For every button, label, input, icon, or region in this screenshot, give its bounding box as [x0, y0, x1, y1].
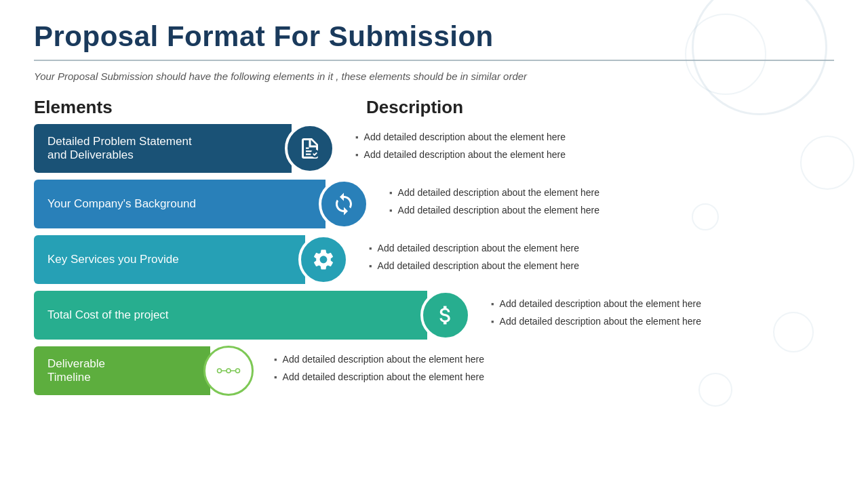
desc-list-2: Add detailed description about the eleme…	[369, 186, 834, 221]
page-title: Proposal Format For Submission	[34, 20, 834, 53]
desc-item-2-1: Add detailed description about the eleme…	[389, 186, 834, 200]
desc-item-4-2: Add detailed description about the eleme…	[491, 315, 834, 329]
row-deliverable-timeline: DeliverableTimeline Add detailed descrip…	[34, 346, 834, 396]
desc-item-3-1: Add detailed description about the eleme…	[369, 242, 834, 256]
desc-item-4-1: Add detailed description about the eleme…	[491, 298, 834, 311]
row-detailed-problem: Detailed Problem Statementand Deliverabl…	[34, 123, 834, 174]
desc-list-4: Add detailed description about the eleme…	[471, 298, 834, 332]
document-icon	[298, 136, 322, 161]
svg-point-0	[311, 149, 319, 157]
icon-circle-1	[285, 123, 335, 174]
title-divider	[34, 60, 834, 61]
desc-item-1-1: Add detailed description about the eleme…	[355, 131, 834, 144]
desc-item-5-2: Add detailed description about the eleme…	[274, 371, 834, 384]
refresh-icon	[332, 192, 356, 216]
element-label-3: Key Services you Provide	[47, 253, 179, 266]
timeline-icon	[216, 359, 241, 383]
element-label-5: DeliverableTimeline	[47, 357, 105, 384]
row-total-cost: Total Cost of the project Add detailed d…	[34, 290, 834, 340]
desc-item-5-1: Add detailed description about the eleme…	[274, 353, 834, 367]
icon-circle-2	[319, 179, 369, 229]
element-bar-5: DeliverableTimeline	[34, 346, 210, 395]
slide-container: Proposal Format For Submission Your Prop…	[0, 0, 868, 488]
element-label-2: Your Company's Background	[47, 197, 196, 211]
column-headers: Elements Description	[34, 97, 834, 118]
element-bar-2: Your Company's Background	[34, 180, 326, 228]
element-bar-3: Key Services you Provide	[34, 235, 305, 284]
row-key-services: Key Services you Provide Add detailed de…	[34, 235, 834, 285]
desc-list-3: Add detailed description about the eleme…	[349, 242, 834, 277]
gear-icon	[311, 247, 336, 272]
desc-item-1-2: Add detailed description about the eleme…	[355, 148, 834, 162]
desc-list-5: Add detailed description about the eleme…	[254, 353, 834, 388]
element-label-4: Total Cost of the project	[47, 308, 169, 322]
money-icon	[433, 303, 458, 327]
icon-circle-4	[420, 290, 471, 340]
rows-container: Detailed Problem Statementand Deliverabl…	[34, 123, 834, 401]
element-label-1: Detailed Problem Statementand Deliverabl…	[47, 135, 192, 162]
desc-list-1: Add detailed description about the eleme…	[335, 131, 834, 165]
icon-circle-5	[203, 346, 254, 396]
desc-item-2-2: Add detailed description about the eleme…	[389, 204, 834, 218]
svg-point-3	[236, 369, 240, 373]
element-bar-1: Detailed Problem Statementand Deliverabl…	[34, 124, 292, 173]
elements-column-header: Elements	[34, 97, 366, 118]
svg-point-2	[226, 369, 231, 373]
row-company-background: Your Company's Background Add detailed d…	[34, 179, 834, 229]
desc-item-3-2: Add detailed description about the eleme…	[369, 260, 834, 273]
description-column-header: Description	[366, 97, 834, 118]
page-subtitle: Your Proposal Submission should have the…	[34, 69, 834, 85]
icon-circle-3	[298, 235, 349, 285]
element-bar-4: Total Cost of the project	[34, 291, 427, 340]
svg-point-1	[218, 369, 222, 373]
